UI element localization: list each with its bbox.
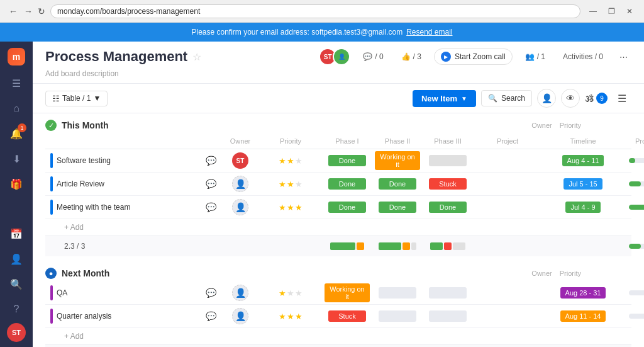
browser-chrome: ← → ↻ — ❐ ✕ <box>0 0 644 23</box>
timeline-badge: Aug 28 - 31 <box>560 287 606 299</box>
phase3-status: Stuck <box>429 178 467 190</box>
phase1-cell[interactable]: Working on it <box>322 282 372 304</box>
sidebar-item-inbox[interactable]: ⬇ <box>5 147 28 170</box>
row-color-bar <box>50 200 53 215</box>
address-bar[interactable] <box>50 4 580 18</box>
owner-avatar-empty[interactable]: 👤 <box>232 285 248 301</box>
toolbar: ☷ Table / 1 ▼ New Item ▼ 🔍 Search 👤 👁 🕉 … <box>33 84 644 113</box>
phase1-cell[interactable]: Stuck <box>322 309 372 323</box>
minimize-button[interactable]: — <box>586 6 601 17</box>
phase3-cell[interactable]: Done <box>423 200 473 214</box>
wings-button[interactable]: 🕉 9 <box>585 93 608 104</box>
add-item-row-2[interactable]: + Add <box>45 328 631 344</box>
zoom-call-button[interactable]: ▶ Start Zoom call <box>434 48 513 65</box>
person-icon-button[interactable]: 👤 <box>537 89 556 108</box>
phase1-cell[interactable]: Done <box>322 200 372 214</box>
filter-button[interactable]: ☰ <box>613 89 631 108</box>
timeline-cell[interactable]: Jul 5 - 15 <box>542 177 624 191</box>
col-header-priority: Priority <box>259 136 322 146</box>
search-button[interactable]: 🔍 Search <box>481 90 532 106</box>
owner-avatar-empty[interactable]: 👤 <box>232 176 248 192</box>
section-toggle-this-month[interactable]: ✓ <box>45 120 57 131</box>
timeline-cell[interactable]: Aug 11 - 14 <box>542 309 624 323</box>
timeline-cell[interactable]: Aug 28 - 31 <box>542 286 624 300</box>
back-button[interactable]: ← <box>8 5 19 18</box>
phase2-cell[interactable]: Working on it <box>372 150 423 171</box>
people-button[interactable]: 👥 / 1 <box>520 50 550 64</box>
thumbs-button[interactable]: 👍 / 3 <box>396 50 426 64</box>
table-row: Meeting with the team 💬 👤 ★ ★ ★ <box>45 196 631 219</box>
new-item-button[interactable]: New Item ▼ <box>413 90 476 107</box>
comment-icon[interactable]: 💬 <box>206 179 216 189</box>
sidebar-item-home[interactable]: ⌂ <box>5 97 28 120</box>
phase1-cell[interactable]: Done <box>322 154 372 168</box>
sidebar-item-notifications[interactable]: 🔔 1 <box>5 122 28 145</box>
sidebar: m ☰ ⌂ 🔔 1 ⬇ 🎁 📅 👤 🔍 ? ST <box>0 42 33 347</box>
priority-cell[interactable]: ★ ★ ★ <box>259 287 322 299</box>
comment-icon[interactable]: 💬 <box>206 288 216 298</box>
priority-cell[interactable]: ★ ★ ★ <box>259 178 322 190</box>
comment-icon[interactable]: 💬 <box>206 311 216 321</box>
sidebar-item-help[interactable]: ? <box>5 298 28 321</box>
comment-icon[interactable]: 💬 <box>206 202 216 212</box>
sidebar-item-gift[interactable]: 🎁 <box>5 173 28 195</box>
progress-fill <box>629 181 641 186</box>
priority-cell[interactable]: ★ ★ ★ <box>259 310 322 322</box>
user-avatar[interactable]: ST <box>7 323 26 342</box>
notification-banner: Please confirm your email address: softp… <box>0 23 644 42</box>
row-item-name[interactable]: Article Review <box>57 179 104 188</box>
comment-icon[interactable]: 💬 <box>206 156 216 166</box>
reactions-button[interactable]: 💬 / 0 <box>358 50 388 64</box>
phase2-cell[interactable]: Done <box>372 200 423 214</box>
table-row: Quarter analysis 💬 👤 ★ ★ ★ S <box>45 305 631 328</box>
phase1-cell[interactable]: Done <box>322 177 372 191</box>
sidebar-item-search[interactable]: 🔍 <box>5 273 28 295</box>
row-item-name[interactable]: Software testing <box>57 156 111 165</box>
add-item-row[interactable]: + Add <box>45 219 631 236</box>
sidebar-logo[interactable]: m <box>6 47 26 67</box>
col-header-timeline: Timeline <box>542 136 624 146</box>
header-avatar-2[interactable]: 👤 <box>333 48 350 65</box>
owner-avatar-empty[interactable]: 👤 <box>232 308 248 324</box>
forward-button[interactable]: → <box>23 5 34 18</box>
section-toggle-next-month[interactable]: ● <box>45 268 57 279</box>
maximize-button[interactable]: ❐ <box>604 6 619 17</box>
summary-bars-2 <box>379 241 416 251</box>
timeline-cell[interactable]: Jul 4 - 9 <box>542 200 624 214</box>
owner-avatar[interactable]: ST <box>232 152 248 169</box>
phase3-cell[interactable]: Stuck <box>423 177 473 191</box>
help-icon: ? <box>14 304 19 315</box>
row-item-name[interactable]: Meeting with the team <box>57 203 130 212</box>
section-next-month-header: ● Next Month Owner Priority <box>45 261 631 282</box>
col-header-name <box>45 136 221 146</box>
table-view-button[interactable]: ☷ Table / 1 ▼ <box>45 91 108 106</box>
phase2-cell[interactable]: ____ <box>372 309 423 323</box>
phase2-status: ____ <box>379 287 416 299</box>
close-button[interactable]: ✕ <box>623 6 636 17</box>
priority-cell[interactable]: ★ ★ ★ <box>259 155 322 167</box>
board-description[interactable]: Add board description <box>45 69 631 78</box>
activities-button[interactable]: Activities / 0 <box>558 50 608 64</box>
refresh-button[interactable]: ↻ <box>38 6 45 16</box>
home-icon: ⌂ <box>13 103 19 114</box>
phase3-cell[interactable]: ____ <box>423 154 473 168</box>
phase2-cell[interactable]: Done <box>372 177 423 191</box>
phase3-cell[interactable]: ____ <box>423 286 473 300</box>
table-icon: ☷ <box>52 94 60 103</box>
more-options-button[interactable]: ⋯ <box>616 50 631 64</box>
eye-icon-button[interactable]: 👁 <box>561 89 580 108</box>
progress-cell: 0% <box>624 289 644 297</box>
summary-label: 2.3 / 3 <box>45 242 221 251</box>
row-item-name[interactable]: Quarter analysis <box>57 312 111 321</box>
priority-cell[interactable]: ★ ★ ★ <box>259 202 322 213</box>
resend-email-link[interactable]: Resend email <box>406 28 452 37</box>
sidebar-item-people[interactable]: 👤 <box>5 247 28 270</box>
phase2-cell[interactable]: ____ <box>372 286 423 300</box>
sidebar-item-menu[interactable]: ☰ <box>5 72 28 94</box>
timeline-cell[interactable]: Aug 4 - 11 <box>542 154 624 168</box>
favorite-icon[interactable]: ☆ <box>192 51 201 63</box>
row-item-name[interactable]: QA <box>57 288 67 297</box>
phase3-cell[interactable]: ____ <box>423 309 473 323</box>
owner-avatar-empty[interactable]: 👤 <box>232 199 248 215</box>
sidebar-item-calendar[interactable]: 📅 <box>5 222 28 245</box>
